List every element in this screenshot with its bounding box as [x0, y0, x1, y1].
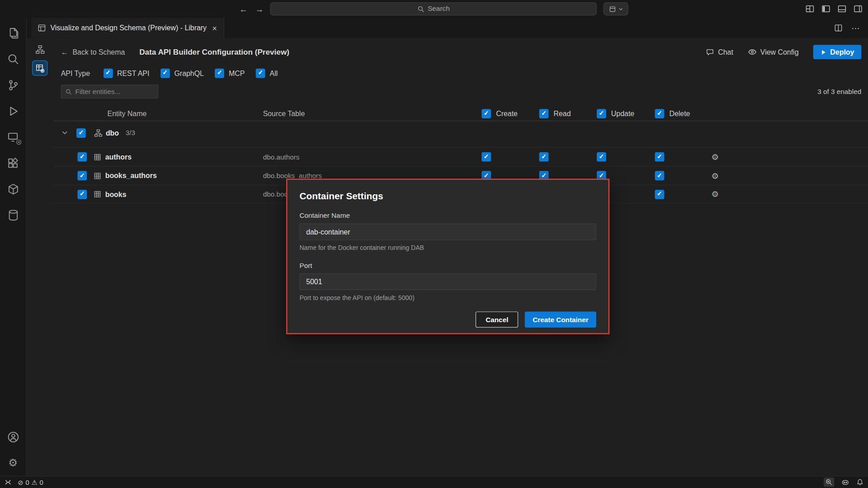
page-header: ← Back to Schema Data API Builder Config… [61, 42, 862, 61]
explorer-icon[interactable] [0, 20, 26, 46]
error-icon: ⊘ [18, 479, 23, 486]
entity-checkbox[interactable] [77, 189, 87, 199]
back-arrow-icon[interactable]: ← [239, 4, 247, 14]
chat-button[interactable]: Chat [706, 48, 733, 56]
update-header-label: Update [611, 109, 634, 117]
container-name-input[interactable] [299, 224, 596, 240]
page-header-actions: Chat View Config Deploy [706, 45, 861, 59]
create-all-checkbox[interactable] [481, 109, 491, 118]
search-icon [417, 5, 425, 13]
editor-actions: ⋯ [834, 18, 868, 38]
more-actions-icon[interactable]: ⋯ [851, 23, 860, 33]
entity-checkbox[interactable] [77, 152, 87, 162]
filter-option-mcp[interactable]: MCP [215, 68, 245, 78]
api-type-label: API Type [61, 69, 90, 77]
problems-indicator[interactable]: ⊘ 0 ⚠ 0 [18, 479, 43, 486]
page-title: Data API Builder Configuration (Preview) [139, 47, 289, 56]
error-count: 0 [25, 479, 29, 486]
entity-name: books_authors [105, 172, 157, 180]
update-checkbox[interactable] [597, 152, 606, 162]
cancel-button[interactable]: Cancel [476, 311, 518, 328]
update-header: Update [597, 109, 655, 118]
entity-name: authors [105, 153, 132, 161]
delete-header-label: Delete [669, 109, 690, 117]
source-control-icon[interactable] [0, 72, 26, 98]
read-all-checkbox[interactable] [539, 109, 549, 118]
source-table-header: Source Table [263, 109, 482, 117]
view-config-label: View Config [760, 48, 799, 56]
container-icon[interactable] [0, 176, 26, 202]
back-to-schema-link[interactable]: ← Back to Schema [61, 48, 125, 56]
delete-header: Delete [655, 109, 710, 118]
view-config-button[interactable]: View Config [748, 47, 799, 56]
filter-option-graphql[interactable]: GraphQL [160, 68, 204, 78]
filter-search-icon [65, 88, 72, 95]
graphql-checkbox[interactable] [160, 68, 170, 78]
mcp-checkbox[interactable] [215, 68, 224, 78]
group-checkbox[interactable] [76, 128, 86, 137]
command-center-search[interactable]: Search [270, 2, 597, 15]
filter-option-all[interactable]: All [256, 68, 278, 78]
create-checkbox[interactable] [481, 152, 491, 162]
forward-arrow-icon[interactable]: → [255, 4, 263, 14]
table-icon [94, 172, 101, 179]
status-bar-right [824, 478, 863, 487]
remote-indicator-icon[interactable] [5, 479, 12, 486]
toggle-panel-icon[interactable] [838, 5, 847, 14]
account-icon[interactable] [0, 424, 26, 450]
schema-designer-icon[interactable] [32, 42, 47, 57]
filter-option-rest-api[interactable]: REST API [103, 68, 149, 78]
layout-controls [806, 0, 863, 18]
entity-filter-input[interactable] [75, 88, 154, 95]
status-bar: ⊘ 0 ⚠ 0 [0, 476, 868, 488]
warning-icon: ⚠ [31, 479, 37, 486]
toggle-secondary-sidebar-icon[interactable] [854, 5, 863, 14]
vscode-window: ← → Search [0, 0, 868, 488]
delete-all-checkbox[interactable] [655, 109, 665, 118]
delete-checkbox[interactable] [655, 152, 665, 162]
schema-group-row: dbo 3/3 [53, 121, 868, 144]
read-checkbox[interactable] [539, 152, 549, 162]
read-header: Read [539, 109, 597, 118]
tab-close-icon[interactable]: × [211, 23, 218, 33]
dialog-title: Container Settings [299, 191, 596, 202]
entity-checkbox[interactable] [77, 171, 87, 180]
chat-label: Chat [718, 48, 733, 56]
search-sidebar-icon[interactable] [0, 46, 26, 72]
create-container-button[interactable]: Create Container [525, 311, 596, 328]
rest-api-checkbox[interactable] [103, 68, 113, 78]
deploy-button[interactable]: Deploy [813, 45, 861, 59]
source-table-value: dbo.authors [263, 153, 482, 161]
status-bar-left: ⊘ 0 ⚠ 0 [5, 479, 43, 486]
zoom-icon[interactable] [824, 478, 834, 487]
database-icon[interactable] [0, 202, 26, 228]
row-settings-gear-icon[interactable]: ⚙ [711, 152, 718, 161]
customize-layout-icon[interactable] [806, 5, 815, 14]
bell-icon[interactable] [856, 479, 863, 486]
port-input[interactable] [299, 273, 596, 290]
all-checkbox[interactable] [256, 68, 265, 78]
collapse-chevron-icon[interactable] [61, 129, 69, 136]
tab-visualize-design-schema[interactable]: Visualize and Design Schema (Preview) - … [31, 18, 224, 38]
entity-cell: books [53, 189, 263, 199]
run-task-dropdown[interactable] [604, 2, 628, 15]
toggle-primary-sidebar-icon[interactable] [821, 5, 830, 14]
table-icon [94, 190, 101, 198]
split-editor-icon[interactable] [834, 24, 842, 32]
all-label: All [270, 69, 278, 77]
schema-preview-icon [38, 24, 46, 32]
settings-gear-icon[interactable]: ⚙ [0, 450, 26, 476]
delete-checkbox[interactable] [655, 171, 665, 181]
dab-config-icon[interactable] [32, 60, 47, 75]
remote-disconnected-badge [16, 140, 21, 145]
delete-checkbox[interactable] [655, 190, 665, 199]
update-all-checkbox[interactable] [597, 109, 606, 118]
run-debug-icon[interactable] [0, 98, 26, 124]
row-settings-gear-icon[interactable]: ⚙ [711, 171, 718, 180]
row-settings-gear-icon[interactable]: ⚙ [711, 189, 718, 199]
remote-explorer-icon[interactable] [0, 124, 26, 150]
entity-filter-row: 3 of 3 enabled [61, 84, 862, 99]
extensions-icon[interactable] [0, 150, 26, 176]
copilot-icon[interactable] [841, 479, 849, 486]
container-name-help: Name for the Docker container running DA… [299, 244, 596, 251]
